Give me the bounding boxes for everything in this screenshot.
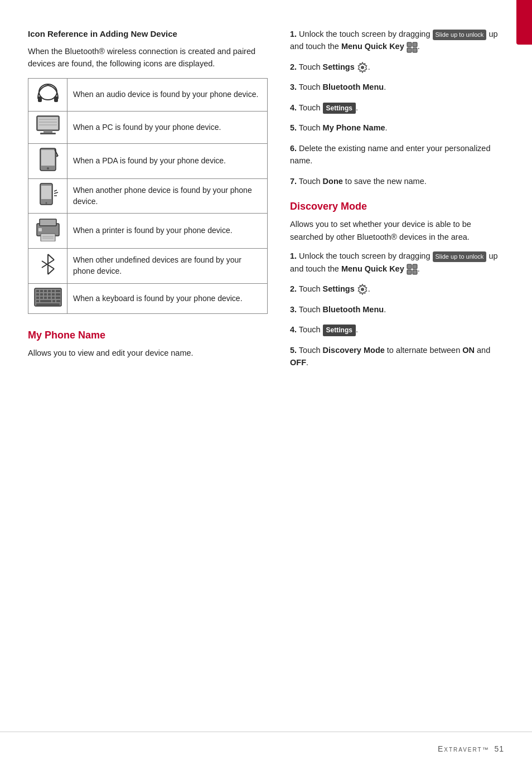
done-label: Done (323, 177, 343, 186)
menu-quick-key-icon-2 (407, 264, 418, 275)
right-column: 1. Unlock the touch screen by dragging S… (290, 28, 504, 376)
step-1-phone-name: 1. Unlock the touch screen by dragging S… (290, 28, 504, 53)
printer-device-icon (34, 217, 62, 241)
my-phone-name-heading: My Phone Name (28, 330, 268, 341)
svg-rect-37 (52, 290, 55, 292)
keyboard-device-icon (33, 287, 62, 307)
step-2-phone-name: 2. Touch Settings . (290, 61, 504, 73)
left-column: Icon Reference in Adding New Device When… (28, 28, 268, 376)
discovery-step-3: 3. Touch Bluetooth Menu. (290, 303, 504, 316)
settings-gear-icon-2 (357, 284, 368, 295)
discovery-mode-heading: Discovery Mode (290, 201, 504, 212)
description-printer: When a printer is found by your phone de… (67, 214, 268, 249)
svg-rect-49 (52, 297, 55, 299)
svg-line-28 (48, 254, 54, 260)
menu-quick-key-icon (407, 42, 418, 53)
svg-rect-36 (48, 290, 51, 292)
svg-line-30 (48, 269, 54, 274)
step-3-phone-name: 3. Touch Bluetooth Menu. (290, 81, 504, 93)
svg-rect-47 (44, 297, 47, 299)
icon-cell-printer (28, 214, 67, 249)
svg-rect-44 (56, 293, 60, 296)
svg-rect-4 (38, 117, 58, 129)
svg-rect-64 (413, 270, 417, 274)
icon-reference-intro: When the Bluetooth® wireless connection … (28, 45, 268, 70)
svg-rect-59 (413, 48, 417, 52)
discovery-step-1: 1. Unlock the touch screen by dragging S… (290, 250, 504, 275)
step-num: 7. (290, 177, 297, 186)
table-row: When an audio device is found by your ph… (28, 78, 268, 111)
svg-point-12 (47, 167, 49, 170)
menu-quick-key-label-2: Menu Quick Key (341, 264, 404, 273)
description-audio: When an audio device is found by your ph… (67, 78, 268, 111)
bluetooth-menu-label-2: Bluetooth Menu (323, 305, 384, 314)
svg-rect-63 (407, 270, 412, 274)
discovery-step-5: 5. Touch Discovery Mode to alternate bet… (290, 344, 504, 369)
description-phone: When another phone device is found by yo… (67, 178, 268, 214)
svg-rect-54 (56, 300, 60, 302)
svg-rect-43 (52, 293, 55, 296)
discovery-step-2: 2. Touch Settings . (290, 283, 504, 295)
table-row: When a printer is found by your phone de… (28, 214, 268, 249)
table-row: When another phone device is found by yo… (28, 178, 268, 214)
icon-cell-undefined (28, 248, 67, 283)
undefined-device-icon (37, 252, 59, 277)
svg-rect-40 (40, 293, 43, 296)
svg-rect-48 (48, 297, 51, 299)
svg-rect-35 (44, 290, 47, 292)
icon-cell-phone (28, 178, 67, 214)
svg-rect-58 (407, 48, 412, 52)
svg-rect-23 (41, 234, 55, 241)
svg-rect-39 (36, 293, 39, 296)
step-num: 2. (290, 62, 297, 71)
settings-label-2: Settings (323, 284, 355, 293)
my-phone-name-label: My Phone Name (323, 123, 385, 132)
step-num: 3. (290, 305, 297, 314)
svg-rect-51 (36, 300, 39, 302)
on-label: ON (462, 346, 475, 355)
slide-unlock-badge: Slide up to unlock (433, 30, 487, 40)
svg-point-17 (45, 202, 47, 204)
svg-rect-11 (41, 150, 55, 166)
bluetooth-menu-label: Bluetooth Menu (323, 83, 384, 91)
step-num: 2. (290, 284, 297, 293)
svg-rect-16 (41, 186, 51, 199)
svg-rect-55 (36, 303, 60, 306)
svg-rect-33 (36, 290, 39, 292)
description-pc: When a PC is found by your phone device. (67, 111, 268, 144)
step-num: 5. (290, 123, 297, 132)
icon-reference-heading: Icon Reference in Adding New Device (28, 28, 268, 40)
settings-badge: Settings (323, 103, 356, 114)
svg-rect-24 (38, 228, 42, 231)
red-tab (516, 0, 532, 45)
svg-rect-50 (56, 297, 60, 299)
svg-rect-41 (44, 293, 47, 296)
description-pda: When a PDA is found by your phone device… (67, 144, 268, 179)
step-num: 3. (290, 83, 297, 91)
settings-label: Settings (323, 62, 355, 71)
step-7-phone-name: 7. Touch Done to save the new name. (290, 175, 504, 187)
step-num: 1. (290, 251, 297, 260)
off-label: OFF (290, 358, 306, 367)
svg-rect-56 (407, 42, 412, 47)
step-4-phone-name: 4. Touch Settings. (290, 101, 504, 114)
menu-quick-key-label: Menu Quick Key (341, 42, 404, 51)
step-num: 1. (290, 30, 297, 38)
pda-device-icon (35, 147, 61, 172)
step-num: 6. (290, 144, 297, 153)
svg-rect-61 (407, 264, 412, 269)
svg-rect-45 (36, 297, 39, 299)
footer-brand-text: Extravert™ 51 (438, 744, 504, 753)
page-footer: Extravert™ 51 (0, 732, 532, 765)
svg-rect-38 (56, 290, 60, 292)
description-undefined: When other undefined devices are found b… (67, 248, 268, 283)
svg-rect-5 (43, 130, 52, 133)
discovery-mode-section: Discovery Mode Allows you to set whether… (290, 201, 504, 369)
discovery-mode-label: Discovery Mode (323, 346, 385, 355)
description-keyboard: When a keyboard is found by your phone d… (67, 283, 268, 314)
icon-cell-pc (28, 111, 67, 144)
step-num: 5. (290, 346, 297, 355)
phone-name-steps: 1. Unlock the touch screen by dragging S… (290, 28, 504, 187)
step-6-phone-name: 6. Delete the existing name and enter yo… (290, 142, 504, 167)
svg-rect-34 (40, 290, 43, 292)
